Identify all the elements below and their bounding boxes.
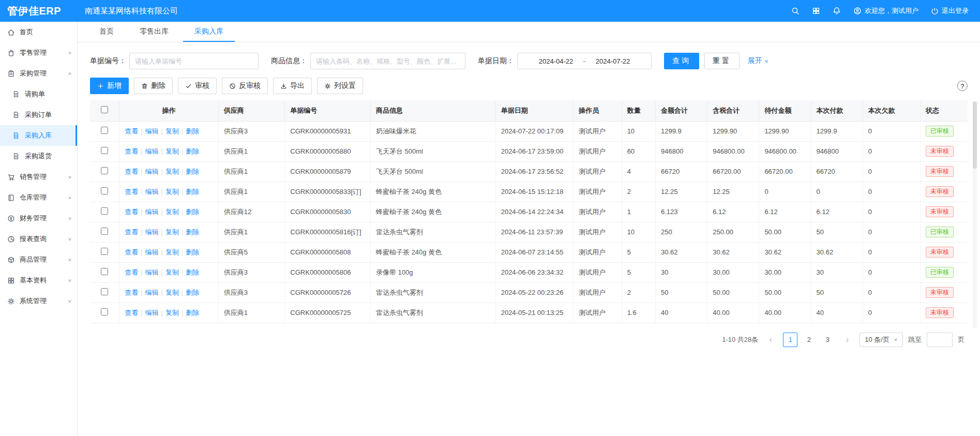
user-menu[interactable]: 欢迎您，测试用户 — [853, 6, 918, 16]
delete-button[interactable]: 删除 — [134, 78, 173, 94]
next-page-button[interactable]: › — [840, 333, 854, 347]
sidebar-item-system[interactable]: 系统管理 ∨ — [0, 291, 77, 311]
row-checkbox[interactable] — [101, 268, 108, 275]
row-action-edit[interactable]: 编辑 — [145, 208, 159, 216]
row-action-copy[interactable]: 复制 — [165, 228, 179, 236]
row-action-delete[interactable]: 删除 — [186, 127, 199, 135]
row-action-edit[interactable]: 编辑 — [145, 188, 159, 196]
sidebar-item-purchase[interactable]: 采购管理 ∧ — [0, 63, 77, 84]
date-start[interactable]: 2024-04-22 — [539, 57, 574, 65]
help-icon[interactable]: ? — [957, 81, 968, 91]
audit-button[interactable]: 审核 — [178, 78, 217, 94]
apps-icon[interactable] — [812, 7, 820, 15]
date-range-picker[interactable]: 2024-04-22 ~ 2024-07-22 — [517, 53, 652, 69]
row-action-copy[interactable]: 复制 — [165, 188, 179, 196]
row-action-copy[interactable]: 复制 — [165, 309, 179, 317]
row-actions: 查看|编辑|复制|删除 — [119, 242, 219, 262]
tab-purchase-inbound[interactable]: 采购入库 — [183, 22, 235, 42]
date-end[interactable]: 2024-07-22 — [596, 57, 630, 65]
row-checkbox[interactable] — [101, 187, 108, 194]
row-action-view[interactable]: 查看 — [125, 268, 138, 276]
select-all-checkbox[interactable] — [101, 106, 108, 113]
row-action-delete[interactable]: 删除 — [186, 188, 199, 196]
row-action-delete[interactable]: 删除 — [186, 268, 199, 276]
row-action-delete[interactable]: 删除 — [186, 208, 199, 216]
row-action-copy[interactable]: 复制 — [165, 268, 179, 276]
row-action-delete[interactable]: 删除 — [186, 228, 199, 236]
sidebar-item-finance[interactable]: 财务管理 ∨ — [0, 208, 77, 229]
row-action-edit[interactable]: 编辑 — [145, 309, 159, 317]
row-checkbox[interactable] — [101, 228, 108, 235]
sidebar-item-basic-data[interactable]: 基本资料 ∨ — [0, 270, 77, 291]
row-checkbox[interactable] — [101, 288, 108, 295]
row-action-view[interactable]: 查看 — [125, 208, 138, 216]
row-action-copy[interactable]: 复制 — [165, 168, 179, 175]
sidebar-item-reports[interactable]: 报表查询 ∨ — [0, 229, 77, 249]
row-checkbox[interactable] — [101, 167, 108, 174]
row-action-delete[interactable]: 删除 — [186, 168, 199, 175]
search-button[interactable]: 查询 — [664, 53, 699, 69]
add-button[interactable]: 新增 — [90, 78, 129, 94]
column-settings-button[interactable]: 列设置 — [317, 78, 363, 94]
cell-payable: 30.62 — [759, 242, 811, 262]
expand-link[interactable]: 展开 ∨ — [748, 56, 768, 66]
row-checkbox[interactable] — [101, 147, 108, 154]
page-button[interactable]: 1 — [783, 333, 797, 347]
sidebar-item-home[interactable]: 首页 — [0, 22, 77, 42]
row-checkbox[interactable] — [101, 308, 108, 315]
row-action-view[interactable]: 查看 — [125, 309, 138, 317]
row-action-copy[interactable]: 复制 — [165, 248, 179, 256]
row-action-edit[interactable]: 编辑 — [145, 147, 159, 155]
sidebar-item-purchase-inbound[interactable]: 采购入库 — [0, 125, 77, 146]
sidebar-item-retail[interactable]: 零售管理 ∨ — [0, 42, 77, 63]
reset-button[interactable]: 重置 — [704, 53, 740, 69]
row-action-view[interactable]: 查看 — [125, 228, 138, 236]
row-action-edit[interactable]: 编辑 — [145, 168, 159, 175]
sidebar-item-purchase-order[interactable]: 采购订单 — [0, 104, 77, 125]
page-button[interactable]: 3 — [820, 333, 835, 347]
search-icon[interactable] — [791, 7, 800, 15]
sidebar-item-sales[interactable]: 销售管理 ∨ — [0, 167, 77, 187]
unaudit-button[interactable]: 反审核 — [222, 78, 268, 94]
row-action-view[interactable]: 查看 — [125, 188, 138, 196]
row-action-view[interactable]: 查看 — [125, 289, 138, 296]
row-action-view[interactable]: 查看 — [125, 248, 138, 256]
sidebar-item-warehouse[interactable]: 仓库管理 ∨ — [0, 187, 77, 208]
page-size-select[interactable]: 10 条/页 ∨ — [860, 333, 903, 347]
row-action-copy[interactable]: 复制 — [165, 147, 179, 155]
tab-home[interactable]: 首页 — [88, 22, 125, 42]
row-action-copy[interactable]: 复制 — [165, 289, 179, 296]
row-action-delete[interactable]: 删除 — [186, 248, 199, 256]
row-action-view[interactable]: 查看 — [125, 168, 138, 175]
sidebar-item-purchase-request[interactable]: 请购单 — [0, 84, 77, 104]
status-badge: 未审核 — [926, 146, 954, 157]
sidebar-item-purchase-return[interactable]: 采购退货 — [0, 146, 77, 167]
row-action-view[interactable]: 查看 — [125, 147, 138, 155]
row-action-edit[interactable]: 编辑 — [145, 248, 159, 256]
row-checkbox[interactable] — [101, 127, 108, 134]
row-action-view[interactable]: 查看 — [125, 127, 138, 135]
row-action-copy[interactable]: 复制 — [165, 208, 179, 216]
export-button[interactable]: 导出 — [273, 78, 312, 94]
bell-icon[interactable] — [833, 7, 841, 15]
row-action-edit[interactable]: 编辑 — [145, 289, 159, 296]
jump-page-input[interactable] — [927, 333, 953, 347]
tab-retail-outbound[interactable]: 零售出库 — [128, 22, 180, 42]
table-scrollbar[interactable] — [973, 101, 977, 328]
doc-no-input[interactable] — [129, 53, 259, 69]
row-action-delete[interactable]: 删除 — [186, 309, 199, 317]
row-action-edit[interactable]: 编辑 — [145, 127, 159, 135]
row-action-edit[interactable]: 编辑 — [145, 228, 159, 236]
row-action-delete[interactable]: 删除 — [186, 289, 199, 296]
product-info-input[interactable] — [310, 53, 465, 69]
prev-page-button[interactable]: ‹ — [763, 333, 778, 347]
page-button[interactable]: 2 — [802, 333, 816, 347]
row-action-copy[interactable]: 复制 — [165, 127, 179, 135]
logout-button[interactable]: 退出登录 — [931, 6, 969, 16]
sidebar-item-goods[interactable]: 商品管理 ∨ — [0, 249, 77, 270]
scrollbar-thumb[interactable] — [973, 101, 977, 169]
row-checkbox[interactable] — [101, 248, 108, 255]
row-checkbox[interactable] — [101, 207, 108, 215]
row-action-delete[interactable]: 删除 — [186, 147, 199, 155]
row-action-edit[interactable]: 编辑 — [145, 268, 159, 276]
